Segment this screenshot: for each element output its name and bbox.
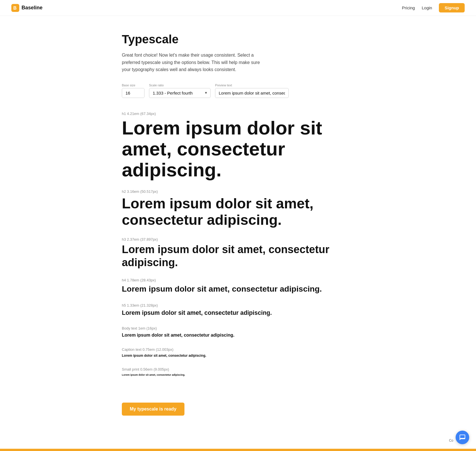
- typescale-h5-item: h5 1.33em (21.328px) Lorem ipsum dolor s…: [122, 303, 354, 317]
- typescale-small-text: Lorem ipsum dolor sit amet, consectetur …: [122, 373, 354, 377]
- nav-link-login[interactable]: Login: [422, 5, 432, 10]
- typescale-h2-text: Lorem ipsum dolor sit amet, consectetur …: [122, 195, 354, 228]
- base-size-input[interactable]: [122, 88, 144, 98]
- typescale-h4-item: h4 1.78em (28.43px) Lorem ipsum dolor si…: [122, 278, 354, 294]
- preview-text-label: Preview text: [215, 84, 289, 87]
- typescale-section: h1 4.21em (67.34px) Lorem ipsum dolor si…: [122, 112, 354, 386]
- scale-ratio-wrapper: 1.067 - Minor second 1.125 - Major secon…: [149, 88, 211, 98]
- typescale-caption-text: Lorem ipsum dolor sit amet, consectetur …: [122, 353, 354, 358]
- nav-links: Pricing Login Signup: [402, 3, 465, 12]
- brand-name: Baseline: [22, 5, 42, 11]
- footer-bar: [0, 449, 476, 451]
- nav-link-pricing[interactable]: Pricing: [402, 5, 415, 10]
- typescale-h1-label: h1 4.21em (67.34px): [122, 112, 354, 116]
- typescale-h1-text: Lorem ipsum dolor sit amet, consectetur …: [122, 117, 354, 180]
- typescale-h1-item: h1 4.21em (67.34px) Lorem ipsum dolor si…: [122, 112, 354, 180]
- controls-row: Base size Scale ratio 1.067 - Minor seco…: [122, 84, 354, 98]
- support-text: Co: [449, 439, 453, 443]
- typescale-h2-item: h2 3.16em (50.517px) Lorem ipsum dolor s…: [122, 189, 354, 228]
- typescale-h4-label: h4 1.78em (28.43px): [122, 278, 354, 282]
- base-size-label: Base size: [122, 84, 144, 87]
- typescale-caption-label: Caption text 0.75em (12.003px): [122, 347, 354, 352]
- brand-logo[interactable]: B Baseline: [11, 4, 42, 12]
- baseline-logo-icon: B: [11, 4, 19, 12]
- typescale-h3-label: h3 2.37em (37.897px): [122, 237, 354, 241]
- scale-ratio-control: Scale ratio 1.067 - Minor second 1.125 -…: [149, 84, 211, 98]
- navbar: B Baseline Pricing Login Signup: [0, 0, 476, 16]
- scale-ratio-label: Scale ratio: [149, 84, 211, 87]
- signup-button[interactable]: Signup: [439, 3, 465, 12]
- cta-button[interactable]: My typescale is ready: [122, 403, 184, 416]
- typescale-h3-item: h3 2.37em (37.897px) Lorem ipsum dolor s…: [122, 237, 354, 269]
- typescale-body-label: Body text 1em (16px): [122, 326, 354, 330]
- typescale-small-item: Small print 0.56em (9.005px) Lorem ipsum…: [122, 367, 354, 377]
- main-content: Typescale Great font choice! Now let's m…: [110, 16, 366, 444]
- chat-bubble-button[interactable]: [456, 431, 469, 444]
- typescale-body-text: Lorem ipsum dolor sit amet, consectetur …: [122, 332, 354, 338]
- page-title: Typescale: [122, 33, 354, 46]
- typescale-small-label: Small print 0.56em (9.005px): [122, 367, 354, 371]
- base-size-control: Base size: [122, 84, 144, 98]
- typescale-caption-item: Caption text 0.75em (12.003px) Lorem ips…: [122, 347, 354, 358]
- typescale-body-item: Body text 1em (16px) Lorem ipsum dolor s…: [122, 326, 354, 338]
- preview-text-control: Preview text: [215, 84, 289, 98]
- cta-section: My typescale is ready: [122, 403, 354, 416]
- typescale-h5-text: Lorem ipsum dolor sit amet, consectetur …: [122, 309, 354, 317]
- scale-ratio-select[interactable]: 1.067 - Minor second 1.125 - Major secon…: [149, 88, 211, 98]
- typescale-h2-label: h2 3.16em (50.517px): [122, 189, 354, 194]
- chat-icon: [459, 434, 466, 441]
- preview-text-input[interactable]: [215, 88, 289, 98]
- typescale-h4-text: Lorem ipsum dolor sit amet, consectetur …: [122, 284, 354, 294]
- typescale-h5-label: h5 1.33em (21.328px): [122, 303, 354, 307]
- page-description: Great font choice! Now let's make their …: [122, 52, 269, 73]
- svg-text:B: B: [13, 6, 17, 10]
- typescale-h3-text: Lorem ipsum dolor sit amet, consectetur …: [122, 243, 354, 269]
